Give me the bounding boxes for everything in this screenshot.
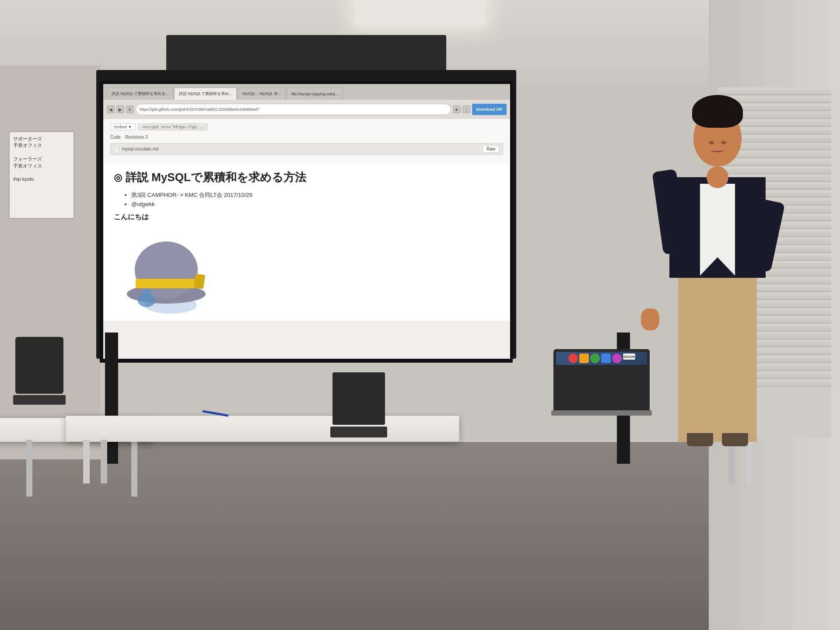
ceiling-light: [354, 0, 486, 26]
download-zip-button[interactable]: Download ZIP: [472, 104, 507, 115]
browser-tab-1[interactable]: 詳説 MySQLで累積和を求める...: [107, 88, 173, 100]
browser-window: 詳説 MySQLで累積和を求める... 詳説 MySQLで累積和を求め... M…: [103, 84, 510, 119]
forward-button[interactable]: ▶: [116, 105, 124, 113]
presenter-eye-left: [709, 141, 714, 144]
slide-bullet-1: 第3回 CAMPHOR- × KMC 合同LT会 2017/10/29: [131, 191, 500, 199]
slide-title-icon: ◎: [114, 172, 122, 183]
embed-code-text: <script src='https://gi...: [142, 125, 204, 129]
presenter-shoe-left: [687, 433, 713, 446]
slide-bullet-2: @utgwkk: [131, 201, 500, 207]
embed-code-field[interactable]: <script src='https://gi...: [138, 123, 208, 130]
table-leg-4: [728, 440, 735, 483]
url-text: https://gist.github.com/gist/4/25703847a…: [140, 107, 259, 112]
gist-header: Embed ▼ <script src='https://gi...: [110, 123, 503, 132]
sticker-isucon: [590, 354, 600, 363]
gist-page: Embed ▼ <script src='https://gi... Code …: [103, 119, 510, 163]
svg-point-6: [141, 289, 152, 299]
notice-text: サポーターズ予算オフィスフォーラーズ予算オフィス#sp kyoto: [13, 136, 70, 183]
embed-button[interactable]: Embed ▼: [110, 123, 136, 130]
presentation-room: サポーターズ予算オフィスフォーラーズ予算オフィス#sp kyoto: [0, 0, 840, 630]
svg-rect-4: [194, 274, 205, 289]
sticker-4: [612, 354, 622, 363]
gist-file-info: 📄 mysql-occulate.md Raw: [110, 143, 503, 155]
embed-label: Embed: [114, 125, 127, 129]
back-button[interactable]: ◀: [107, 105, 115, 113]
browser-tab-bar: 詳説 MySQLで累積和を求める... 詳説 MySQLで累積和を求め... M…: [103, 84, 510, 100]
file-icon: 📄: [114, 147, 119, 151]
browser-tab-2[interactable]: 詳説 MySQLで累積和を求め...: [174, 88, 237, 100]
browser-tab-3[interactable]: MySQL :: MySQL 本...: [238, 88, 286, 100]
sticker-2: [579, 354, 589, 363]
table-leg-1: [83, 440, 90, 483]
raw-button[interactable]: Raw: [483, 145, 499, 153]
tab-1-label: 詳説 MySQLで累積和を求める...: [112, 91, 168, 97]
screen-mount: [166, 35, 446, 70]
tab-2-label: 詳説 MySQLで累積和を求め...: [179, 91, 232, 97]
sticker-isucon-text: ISUCON: [623, 354, 635, 360]
gist-nav-revisions[interactable]: Revisions 3: [125, 135, 148, 140]
tab-4-label: file:///script-copying-solut...: [291, 92, 338, 96]
presenter-neck: [707, 166, 728, 188]
table2-leg-1: [26, 440, 32, 497]
slide-section: こんにちは: [114, 213, 500, 222]
presenter-mouth: [711, 148, 724, 152]
sticker-3: [601, 354, 611, 363]
presenter-hair: [692, 95, 743, 128]
tab-3-label: MySQL :: MySQL 本...: [242, 91, 281, 97]
office-chair-left: [9, 337, 70, 433]
presentation-table: [66, 416, 459, 442]
file-name: mysql-occulate.md: [122, 147, 158, 151]
chair-seat-2: [330, 427, 387, 438]
url-bar[interactable]: https://gist.github.com/gist/4/25703847a…: [136, 104, 451, 115]
chair-behind-table: [328, 372, 389, 438]
presenter-eye-right: [721, 141, 726, 144]
browser-toolbar: ◀ ▶ ↻ https://gist.github.com/gist/4/257…: [103, 100, 510, 119]
gist-nav: Code Revisions 3: [110, 135, 503, 140]
slide-title: ◎ 詳説 MySQLで累積和を求める方法: [114, 170, 500, 185]
presenter-figure: 一 人 月: [634, 83, 801, 442]
svg-rect-3: [136, 279, 197, 288]
sticker-1: [568, 354, 578, 363]
slide-content: ◎ 詳説 MySQLで累積和を求める方法 第3回 CAMPHOR- × KMC …: [103, 163, 510, 321]
table-leg-3: [746, 440, 752, 483]
table-leg-2: [101, 440, 107, 483]
refresh-button[interactable]: ↻: [126, 105, 134, 113]
embed-controls: Embed ▼ <script src='https://gi...: [110, 123, 208, 130]
bookmark-button[interactable]: ★: [453, 105, 461, 113]
presenter-shoe-right: [722, 433, 748, 446]
chair-seat: [13, 395, 66, 405]
presenter-left-hand: [641, 308, 659, 330]
chair-back-2: [332, 372, 385, 425]
laptop-stickers: ISUCON: [567, 352, 637, 365]
table2-leg-2: [131, 440, 137, 497]
slide-title-text: 詳説 MySQLで累積和を求める方法: [126, 170, 306, 185]
gist-nav-code[interactable]: Code: [110, 135, 121, 140]
chair-back: [15, 337, 63, 394]
notice-board: サポーターズ予算オフィスフォーラーズ予算オフィス#sp kyoto: [9, 131, 74, 219]
menu-button[interactable]: ⋮: [462, 105, 470, 113]
projected-screen-content: 詳説 MySQLで累積和を求める... 詳説 MySQLで累積和を求め... M…: [103, 84, 510, 359]
embed-dropdown-icon: ▼: [128, 125, 132, 129]
browser-tab-4[interactable]: file:///script-copying-solut...: [287, 88, 343, 100]
hat-illustration: [114, 226, 228, 314]
presenter-pants: [678, 267, 757, 442]
